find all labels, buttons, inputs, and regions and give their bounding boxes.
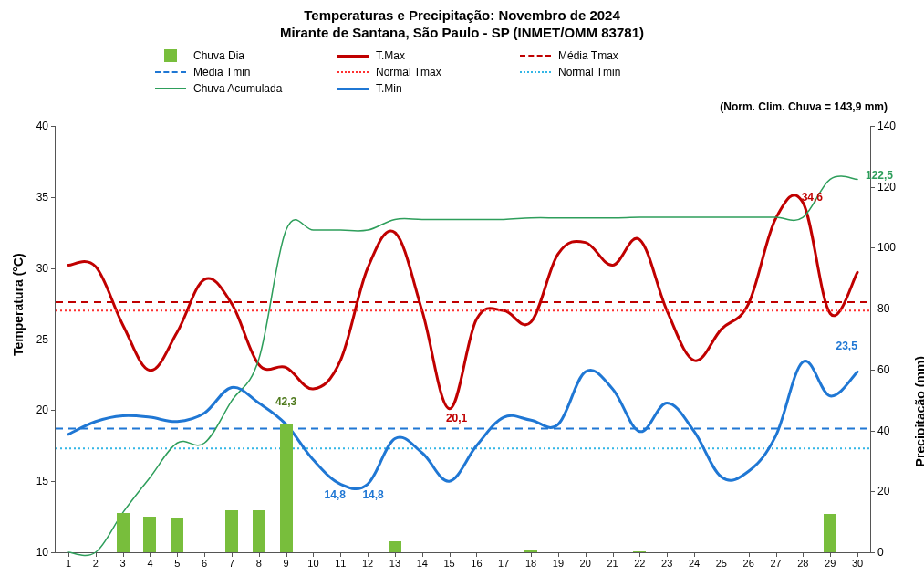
data-label: 23,5 [836,340,857,352]
legend-item: Chuva Acumulada [155,82,337,95]
note-norm-chuva: (Norm. Clim. Chuva = 143,9 mm) [0,99,924,113]
bar-chuva-dia [280,424,293,552]
x-tick: 14 [417,558,428,569]
x-tick: 16 [471,558,482,569]
x-tick: 21 [607,558,618,569]
legend-item: Chuva Dia [155,49,337,62]
chart-title: Temperaturas e Precipitação: Novembro de… [0,7,924,25]
y-tick-left: 20 [36,404,48,415]
x-tick: 5 [174,558,180,569]
x-tick: 22 [634,558,645,569]
chart-lines [56,126,870,552]
y-tick-right: 120 [877,182,896,193]
bar-chuva-dia [633,551,646,552]
bar-chuva-dia [225,510,238,552]
legend-label: Normal Tmin [558,66,620,79]
data-label: 14,8 [362,488,383,501]
legend-item: Normal Tmax [337,66,520,79]
bar-chuva-dia [171,518,183,552]
x-tick: 6 [202,558,207,569]
bar-chuva-dia [117,513,130,552]
x-tick: 28 [797,558,808,569]
y-tick-left: 15 [36,476,48,487]
x-tick: 27 [770,558,781,569]
chart-titles: Temperaturas e Precipitação: Novembro de… [0,0,924,42]
x-tick: 10 [307,558,318,569]
y-tick-right: 140 [877,120,896,131]
x-tick: 9 [284,558,289,569]
data-label: 42,3 [275,395,296,408]
y-tick-left: 35 [36,192,48,203]
y-tick-right: 0 [877,547,884,558]
bar-chuva-dia [524,550,537,552]
legend-item: T.Min [337,82,520,95]
chart-container: Temperaturas e Precipitação: Novembro de… [0,0,924,576]
x-tick: 19 [553,558,564,569]
x-tick: 15 [443,558,454,569]
legend-item: Média Tmin [155,66,337,79]
x-tick: 1 [66,558,71,569]
legend-label: Chuva Dia [193,49,244,62]
legend-swatch [520,66,551,79]
legend-item: Média Tmax [520,49,702,62]
legend-swatch [337,66,369,79]
x-tick: 18 [525,558,536,569]
y-axis-left-label: Temperatura (°C) [11,253,26,356]
x-tick: 8 [256,558,262,569]
y-tick-right: 80 [877,303,889,314]
y-tick-right: 60 [877,364,889,375]
legend-item: Normal Tmin [520,66,702,79]
data-label: 14,8 [325,488,346,501]
bar-chuva-dia [253,510,265,552]
legend-swatch [155,82,186,95]
x-tick: 4 [147,558,152,569]
bar-chuva-dia [143,517,156,552]
x-tick: 2 [93,558,99,569]
chart-subtitle: Mirante de Santana, São Paulo - SP (INME… [0,25,924,42]
x-tick: 17 [498,558,509,569]
legend: Chuva DiaT.MaxMédia TmaxMédia TminNormal… [0,42,924,99]
legend-item: T.Max [337,49,520,62]
data-label: 20,1 [446,412,467,424]
legend-label: T.Max [376,49,405,62]
data-label: 122,5 [866,169,893,182]
legend-label: Chuva Acumulada [193,82,282,95]
x-tick: 26 [743,558,754,569]
legend-swatch [337,82,369,95]
x-tick: 3 [120,558,126,569]
x-tick: 20 [580,558,591,569]
legend-swatch [155,66,186,79]
x-tick: 23 [661,558,672,569]
x-tick: 12 [362,558,373,569]
legend-label: Média Tmin [193,66,250,79]
plot-area: 1015202530354002040608010012014012345678… [55,126,871,553]
legend-swatch [337,49,369,62]
y-tick-left: 25 [36,334,48,345]
y-tick-left: 30 [36,263,48,274]
legend-swatch [155,49,186,62]
series-line [68,361,857,488]
data-label: 34,6 [802,191,823,204]
x-tick: 7 [229,558,234,569]
legend-label: Normal Tmax [376,66,441,79]
x-tick: 11 [335,558,346,569]
x-tick: 30 [852,558,863,569]
legend-label: Média Tmax [558,49,618,62]
y-tick-left: 10 [36,547,48,558]
y-tick-right: 20 [877,486,889,497]
bar-chuva-dia [824,514,836,552]
y-axis-right-label: Precipitação (mm) [913,356,924,466]
x-tick: 25 [716,558,727,569]
x-tick: 24 [689,558,700,569]
bar-chuva-dia [389,541,401,552]
x-tick: 13 [389,558,400,569]
legend-swatch [520,49,551,62]
y-tick-left: 40 [36,120,48,131]
legend-label: T.Min [376,82,402,95]
y-tick-right: 40 [877,425,889,436]
x-tick: 29 [825,558,836,569]
y-tick-right: 100 [877,242,896,253]
